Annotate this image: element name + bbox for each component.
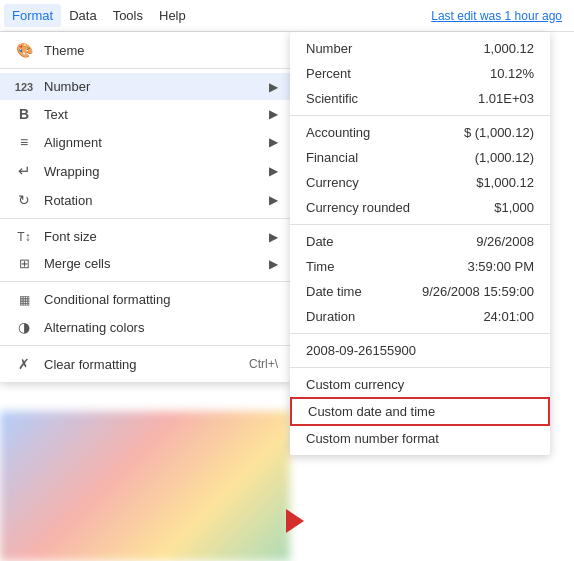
number-format-label: Number <box>306 41 352 56</box>
number-arrow-icon: ▶ <box>269 80 278 94</box>
clear-formatting-shortcut: Ctrl+\ <box>249 357 278 371</box>
submenu-item-scientific[interactable]: Scientific 1.01E+03 <box>290 86 550 111</box>
last-edit-text[interactable]: Last edit was 1 hour ago <box>431 9 570 23</box>
merge-cells-label: Merge cells <box>44 256 269 271</box>
financial-format-value: (1,000.12) <box>475 150 534 165</box>
financial-format-label: Financial <box>306 150 358 165</box>
date-format-label: Date <box>306 234 333 249</box>
rotation-label: Rotation <box>44 193 269 208</box>
currency-format-value: $1,000.12 <box>476 175 534 190</box>
divider-1 <box>0 68 290 69</box>
alignment-arrow-icon: ▶ <box>269 135 278 149</box>
currency-rounded-format-value: $1,000 <box>494 200 534 215</box>
alternating-colors-icon: ◑ <box>12 319 36 335</box>
wrapping-label: Wrapping <box>44 164 269 179</box>
submenu-item-number[interactable]: Number 1,000.12 <box>290 36 550 61</box>
submenu-item-currency[interactable]: Currency $1,000.12 <box>290 170 550 195</box>
percent-format-label: Percent <box>306 66 351 81</box>
time-format-value: 3:59:00 PM <box>468 259 535 274</box>
font-size-icon: T↕ <box>12 230 36 244</box>
percent-format-value: 10.12% <box>490 66 534 81</box>
currency-rounded-format-label: Currency rounded <box>306 200 410 215</box>
menu-item-clear-formatting[interactable]: ✗ Clear formatting Ctrl+\ <box>0 350 290 378</box>
clear-formatting-label: Clear formatting <box>44 357 249 372</box>
theme-label: Theme <box>44 43 278 58</box>
submenu-divider-2 <box>290 224 550 225</box>
menu-tools[interactable]: Tools <box>105 4 151 27</box>
menu-item-wrapping[interactable]: ↵ Wrapping ▶ <box>0 156 290 186</box>
custom-number-format-label: Custom number format <box>306 431 439 446</box>
wrapping-icon: ↵ <box>12 162 36 180</box>
font-size-label: Font size <box>44 229 269 244</box>
custom-currency-label: Custom currency <box>306 377 404 392</box>
font-size-arrow-icon: ▶ <box>269 230 278 244</box>
conditional-formatting-label: Conditional formatting <box>44 292 278 307</box>
menu-item-merge-cells[interactable]: ⊞ Merge cells ▶ <box>0 250 290 277</box>
text-arrow-icon: ▶ <box>269 107 278 121</box>
menu-bar: Format Data Tools Help Last edit was 1 h… <box>0 0 574 32</box>
duration-format-value: 24:01:00 <box>483 309 534 324</box>
timestamp-label: 2008-09-26155900 <box>306 343 416 358</box>
spreadsheet-background <box>0 411 290 561</box>
alignment-icon: ≡ <box>12 134 36 150</box>
divider-2 <box>0 218 290 219</box>
submenu-item-date-time[interactable]: Date time 9/26/2008 15:59:00 <box>290 279 550 304</box>
accounting-format-label: Accounting <box>306 125 370 140</box>
rotation-icon: ↻ <box>12 192 36 208</box>
menu-item-conditional-formatting[interactable]: ▦ Conditional formatting <box>0 286 290 313</box>
submenu-item-custom-number-format[interactable]: Custom number format <box>290 426 550 451</box>
submenu-item-duration[interactable]: Duration 24:01:00 <box>290 304 550 329</box>
theme-icon: 🎨 <box>12 42 36 58</box>
menu-item-number[interactable]: 123 Number ▶ <box>0 73 290 100</box>
submenu-item-date[interactable]: Date 9/26/2008 <box>290 229 550 254</box>
date-format-value: 9/26/2008 <box>476 234 534 249</box>
menu-item-alternating-colors[interactable]: ◑ Alternating colors <box>0 313 290 341</box>
menu-item-text[interactable]: B Text ▶ <box>0 100 290 128</box>
time-format-label: Time <box>306 259 334 274</box>
number-icon: 123 <box>12 81 36 93</box>
accounting-format-value: $ (1,000.12) <box>464 125 534 140</box>
scientific-format-value: 1.01E+03 <box>478 91 534 106</box>
date-time-format-value: 9/26/2008 15:59:00 <box>422 284 534 299</box>
submenu-item-percent[interactable]: Percent 10.12% <box>290 61 550 86</box>
menu-format[interactable]: Format <box>4 4 61 27</box>
submenu-divider-4 <box>290 367 550 368</box>
menu-help[interactable]: Help <box>151 4 194 27</box>
menu-item-rotation[interactable]: ↻ Rotation ▶ <box>0 186 290 214</box>
submenu-item-custom-currency[interactable]: Custom currency <box>290 372 550 397</box>
number-format-value: 1,000.12 <box>483 41 534 56</box>
menu-data[interactable]: Data <box>61 4 104 27</box>
submenu-item-financial[interactable]: Financial (1,000.12) <box>290 145 550 170</box>
submenu-divider-1 <box>290 115 550 116</box>
menu-item-theme[interactable]: 🎨 Theme <box>0 36 290 64</box>
currency-format-label: Currency <box>306 175 359 190</box>
menu-item-alignment[interactable]: ≡ Alignment ▶ <box>0 128 290 156</box>
text-icon: B <box>12 106 36 122</box>
scientific-format-label: Scientific <box>306 91 358 106</box>
submenu-item-time[interactable]: Time 3:59:00 PM <box>290 254 550 279</box>
submenu-item-custom-date-time[interactable]: Custom date and time <box>290 397 550 426</box>
format-menu: 🎨 Theme 123 Number ▶ B Text ▶ ≡ Alignmen… <box>0 32 290 382</box>
submenu-item-timestamp[interactable]: 2008-09-26155900 <box>290 338 550 363</box>
wrapping-arrow-icon: ▶ <box>269 164 278 178</box>
number-label: Number <box>44 79 269 94</box>
alignment-label: Alignment <box>44 135 269 150</box>
merge-cells-arrow-icon: ▶ <box>269 257 278 271</box>
merge-cells-icon: ⊞ <box>12 256 36 271</box>
submenu-divider-3 <box>290 333 550 334</box>
submenu-item-currency-rounded[interactable]: Currency rounded $1,000 <box>290 195 550 220</box>
rotation-arrow-icon: ▶ <box>269 193 278 207</box>
text-label: Text <box>44 107 269 122</box>
number-submenu: Number 1,000.12 Percent 10.12% Scientifi… <box>290 32 550 455</box>
divider-3 <box>0 281 290 282</box>
menu-item-font-size[interactable]: T↕ Font size ▶ <box>0 223 290 250</box>
duration-format-label: Duration <box>306 309 355 324</box>
custom-date-time-label: Custom date and time <box>308 404 435 419</box>
arrow-head-icon <box>286 509 304 533</box>
divider-4 <box>0 345 290 346</box>
alternating-colors-label: Alternating colors <box>44 320 278 335</box>
date-time-format-label: Date time <box>306 284 362 299</box>
conditional-formatting-icon: ▦ <box>12 293 36 307</box>
submenu-item-accounting[interactable]: Accounting $ (1,000.12) <box>290 120 550 145</box>
clear-formatting-icon: ✗ <box>12 356 36 372</box>
